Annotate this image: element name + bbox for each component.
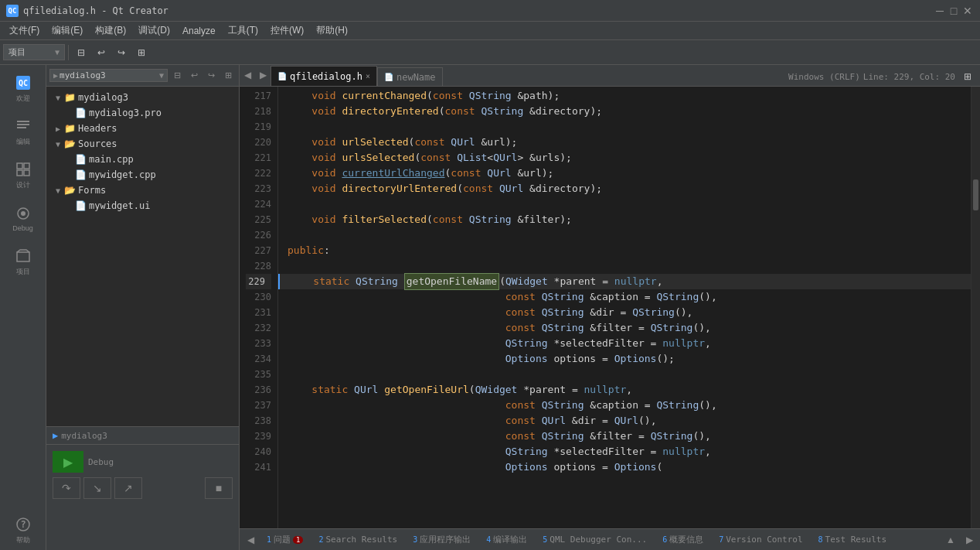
tree-item-headers[interactable]: ▶ 📁 Headers [46,121,239,136]
tree-item-mywidget-ui[interactable]: 📄 mywidget.ui [46,198,239,214]
tab-nav-forward[interactable]: ▶ [255,65,271,86]
compile-num: 4 [486,535,491,544]
bottom-tab-app-output[interactable]: 3 应用程序输出 [406,531,478,548]
tree-toggle-sources[interactable]: ▼ [53,140,63,149]
sidebar-item-welcome[interactable]: QC 欢迎 [3,68,43,108]
nav-forward-button[interactable]: ↪ [112,43,131,62]
tree-toggle-forms[interactable]: ▼ [53,186,63,195]
main-layout: QC 欢迎 编辑 设计 Debug 项目 [0,65,980,550]
maximize-button[interactable]: □ [948,5,960,17]
tab-close-qfiledialog[interactable]: × [366,72,370,80]
step-out-button[interactable]: ↗ [114,477,142,499]
tree-toggle-headers[interactable]: ▶ [53,125,63,133]
tree-item-forms[interactable]: ▼ 📂 Forms [46,183,239,198]
tree-item-sources[interactable]: ▼ 📂 Sources [46,136,239,152]
nav-back-button[interactable]: ↩ [92,43,111,62]
file-tree-toolbar: ▶ mydialog3 ▼ ⊟ ↩ ↪ ⊞ [46,65,239,87]
tree-label-headers: Headers [78,123,117,134]
file-tree-content: ▼ 📁 mydialog3 📄 mydialog3.pro ▶ 📁 Header [46,87,239,426]
menu-edit[interactable]: 编辑(E) [46,22,89,39]
svg-text:QC: QC [18,79,27,87]
editor-expand-button[interactable]: ⊞ [958,67,977,86]
menu-debug[interactable]: 调试(D) [132,22,176,39]
run-button[interactable]: ▶ [53,451,83,473]
search-label: Search Results [325,535,397,545]
code-line-222: void currentUrlChanged(const QUrl &url); [278,166,971,181]
compile-label: 编译输出 [493,534,527,545]
project-dropdown[interactable]: 项目 ▼ [3,44,65,60]
vertical-scrollbar[interactable] [971,87,980,528]
bottom-tab-qml[interactable]: 5 QML Debugger Con... [536,532,654,547]
tree-option-button[interactable]: ↩ [186,68,202,84]
nav-up-button[interactable]: ⊞ [132,43,151,62]
line-239: 239 [246,429,271,444]
editor-tabs: ◀ ▶ 📄 qfiledialog.h × 📄 newName Windows … [240,65,980,87]
step-over-button[interactable]: ↷ [53,477,80,499]
line-227: 227 [246,243,271,258]
code-line-221: void urlsSelected(const QList<QUrl> &url… [278,150,971,166]
bottom-panel: ◀ 1 问题 1 2 Search Results 3 应用程序输出 4 编译输… [240,528,980,550]
bottom-tab-problems[interactable]: 1 问题 1 [260,531,310,548]
statusbar-line-endings[interactable]: Windows (CRLF) [788,72,860,82]
line-231: 231 [246,305,271,320]
sidebar-item-edit[interactable]: 编辑 [3,111,43,152]
code-line-225: void filterSelected(const QString &filte… [278,212,971,227]
tree-collapse-button[interactable]: ⊞ [220,68,236,84]
menu-analyze[interactable]: Analyze [176,24,222,38]
bottom-tab-vcs[interactable]: 7 Version Control [712,532,809,547]
line-229-current: 229 [246,274,271,289]
search-num: 2 [318,535,323,544]
scroll-thumb[interactable] [973,179,978,210]
step-in-button[interactable]: ↘ [83,477,111,499]
code-line-219 [278,119,971,135]
menu-tools[interactable]: 工具(T) [222,22,264,39]
statusbar-position: Line: 229, Col: 20 [863,72,955,82]
stop-button[interactable]: ■ [205,477,233,499]
help-label: 帮助 [16,535,30,545]
tree-item-main-cpp[interactable]: 📄 main.cpp [46,152,239,167]
project-dropdown-tree[interactable]: ▶ mydialog3 ▼ [49,69,168,82]
line-241: 241 [246,459,271,475]
bottom-up-button[interactable]: ▲ [943,532,958,548]
sidebar-item-help[interactable]: ? 帮助 [3,510,43,550]
code-editor: 217 218 219 220 221 222 223 224 225 226 … [240,87,980,528]
tab-qfiledialog[interactable]: 📄 qfiledialog.h × [271,66,377,86]
bottom-expand-left[interactable]: ◀ [243,532,258,548]
menu-controls[interactable]: 控件(W) [264,22,310,39]
code-line-226 [278,227,971,243]
tree-expand-button[interactable]: ↪ [203,68,219,84]
filter-tree-button[interactable]: ⊟ [169,68,185,84]
sidebar-item-projects[interactable]: 项目 [3,241,43,282]
close-button[interactable]: ✕ [961,5,974,17]
sidebar-item-debug[interactable]: Debug [3,198,43,238]
code-line-230: const QString &caption = QString(), [278,289,971,305]
bottom-tab-search[interactable]: 2 Search Results [311,532,404,547]
app-icon: QC [6,5,19,17]
bottom-tab-compile[interactable]: 4 编译输出 [479,531,534,548]
tree-label-main-cpp: main.cpp [89,154,134,165]
sidebar-item-design[interactable]: 设计 [3,155,43,195]
project-section: 项目 ▼ [3,44,65,60]
minimize-button[interactable]: ─ [934,5,946,17]
menu-help[interactable]: 帮助(H) [310,22,354,39]
bottom-expand-right[interactable]: ▶ [961,532,977,548]
tree-item-pro[interactable]: 📄 mydialog3.pro [46,105,239,121]
code-content[interactable]: void currentChanged(const QString &path)… [278,87,971,528]
window-controls[interactable]: ─ □ ✕ [934,5,974,17]
nav-filter-button[interactable]: ⊟ [72,43,90,62]
tab-newname[interactable]: 📄 newName [377,67,443,86]
debug-controls: ▶ Debug ↷ ↘ ↗ ■ [46,445,239,505]
menu-file[interactable]: 文件(F) [3,22,46,39]
code-line-234: Options options = Options(); [278,351,971,367]
menu-build[interactable]: 构建(B) [89,22,132,39]
tab-nav-back[interactable]: ◀ [240,65,255,86]
bottom-tab-test[interactable]: 8 Test Results [812,532,894,547]
titlebar: QC qfiledialog.h - Qt Creator ─ □ ✕ [0,0,980,22]
tree-item-mywidget-cpp[interactable]: 📄 mywidget.cpp [46,167,239,183]
problems-num: 1 [267,535,271,544]
tree-item-root[interactable]: ▼ 📁 mydialog3 [46,90,239,105]
bottom-tab-overview[interactable]: 6 概要信息 [655,531,710,548]
tree-toggle-root[interactable]: ▼ [53,94,63,102]
test-label: Test Results [825,535,886,545]
design-label: 设计 [16,180,30,190]
